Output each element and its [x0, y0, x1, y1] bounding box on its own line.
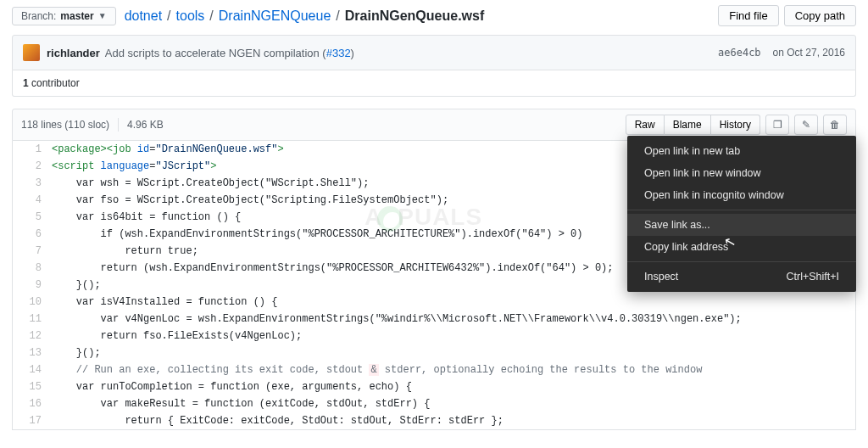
commit-date: on Oct 27, 2016 [773, 47, 845, 59]
context-menu: Open link in new tab Open link in new wi… [627, 136, 856, 292]
breadcrumb-file: DrainNGenQueue.wsf [345, 8, 484, 24]
commit-message: Add scripts to accelerate NGEN compilati… [105, 47, 354, 59]
menu-inspect[interactable]: InspectCtrl+Shift+I [627, 266, 856, 288]
chevron-down-icon: ▼ [98, 11, 107, 20]
file-size: 4.96 KB [127, 119, 164, 131]
breadcrumb-sep: / [209, 8, 213, 24]
branch-select-button[interactable]: Branch: master ▼ [12, 7, 116, 25]
contributors-box: 1 contributor [12, 70, 856, 97]
breadcrumb-sep: / [167, 8, 170, 24]
trash-icon[interactable]: 🗑 [823, 115, 847, 135]
menu-open-new-tab[interactable]: Open link in new tab [627, 140, 856, 162]
menu-save-link-as[interactable]: Save link as... [627, 214, 856, 236]
contributors-count: 1 [23, 77, 29, 89]
shortcut-label: Ctrl+Shift+I [786, 271, 839, 283]
commit-author[interactable]: richlander [47, 47, 100, 59]
breadcrumb-root[interactable]: dotnet [125, 8, 162, 24]
branch-label: Branch: [21, 10, 56, 22]
branch-name: master [60, 10, 93, 22]
find-file-button[interactable]: Find file [718, 5, 779, 26]
copy-path-button[interactable]: Copy path [784, 5, 856, 26]
edit-icon[interactable]: ✎ [794, 115, 818, 135]
commit-box: richlander Add scripts to accelerate NGE… [12, 35, 856, 70]
breadcrumb-item[interactable]: DrainNGENQueue [219, 8, 331, 24]
menu-open-new-window[interactable]: Open link in new window [627, 162, 856, 184]
breadcrumb-item[interactable]: tools [176, 8, 205, 24]
menu-copy-link-address[interactable]: Copy link address [627, 236, 856, 258]
desktop-icon[interactable]: ❐ [765, 115, 789, 135]
blame-button[interactable]: Blame [665, 115, 711, 135]
file-lines: 118 lines (110 sloc) [21, 119, 109, 131]
raw-button[interactable]: Raw [626, 115, 665, 135]
breadcrumb-sep: / [336, 8, 339, 24]
commit-sha[interactable]: ae6e4cb [718, 47, 761, 59]
menu-open-incognito[interactable]: Open link in incognito window [627, 184, 856, 206]
pr-link[interactable]: #332 [326, 47, 351, 59]
avatar [23, 44, 40, 61]
breadcrumb: dotnet / tools / DrainNGENQueue / DrainN… [125, 8, 485, 24]
history-button[interactable]: History [711, 115, 760, 135]
